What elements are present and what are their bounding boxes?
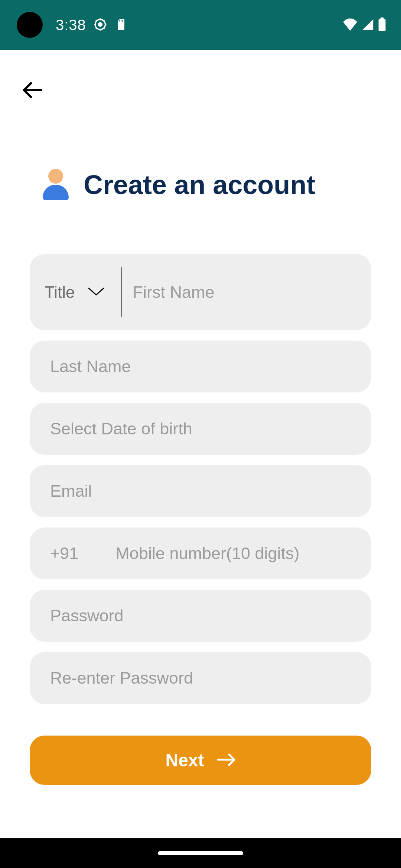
wifi-icon [342, 18, 358, 32]
svg-rect-13 [380, 17, 384, 19]
sd-card-icon [114, 18, 128, 33]
title-dropdown[interactable]: Title [45, 267, 121, 317]
home-handle[interactable] [158, 851, 243, 855]
mobile-input[interactable] [115, 544, 351, 563]
password-field [30, 590, 371, 642]
mobile-field: +91 [30, 527, 371, 579]
status-bar: 3:38 [0, 0, 401, 50]
dob-input[interactable] [50, 419, 351, 438]
title-label: Title [45, 283, 75, 302]
signal-icon [362, 18, 374, 32]
svg-rect-11 [121, 20, 121, 22]
person-icon [43, 169, 69, 200]
last-name-field [30, 341, 371, 392]
reenter-password-field [30, 652, 371, 704]
svg-line-9 [103, 20, 104, 21]
svg-line-8 [96, 27, 97, 29]
phone-prefix-label: +91 [50, 544, 115, 563]
page-title: Create an account [84, 170, 315, 200]
camera-cutout [17, 12, 43, 38]
next-button[interactable]: Next [30, 736, 371, 785]
svg-line-7 [103, 27, 104, 29]
last-name-input[interactable] [50, 357, 351, 376]
title-firstname-field: Title [30, 254, 371, 330]
svg-line-6 [96, 20, 97, 21]
create-account-form: Title +91 [0, 200, 401, 785]
password-input[interactable] [50, 606, 351, 625]
svg-point-1 [98, 23, 102, 26]
battery-icon [378, 17, 386, 33]
status-time: 3:38 [56, 17, 86, 33]
svg-rect-14 [379, 19, 386, 31]
arrow-right-icon [217, 753, 236, 767]
next-button-label: Next [165, 750, 204, 770]
email-field [30, 465, 371, 517]
svg-rect-10 [119, 20, 120, 22]
reenter-password-input[interactable] [50, 668, 351, 688]
dob-field [30, 403, 371, 455]
first-name-input[interactable] [122, 283, 351, 302]
back-arrow-icon[interactable] [22, 95, 43, 102]
chevron-down-icon [88, 287, 104, 297]
email-input[interactable] [50, 481, 351, 501]
navigation-bar [0, 838, 401, 868]
svg-rect-12 [122, 20, 123, 22]
main-content: Create an account Title +91 [0, 50, 401, 838]
gear-icon [94, 18, 107, 33]
